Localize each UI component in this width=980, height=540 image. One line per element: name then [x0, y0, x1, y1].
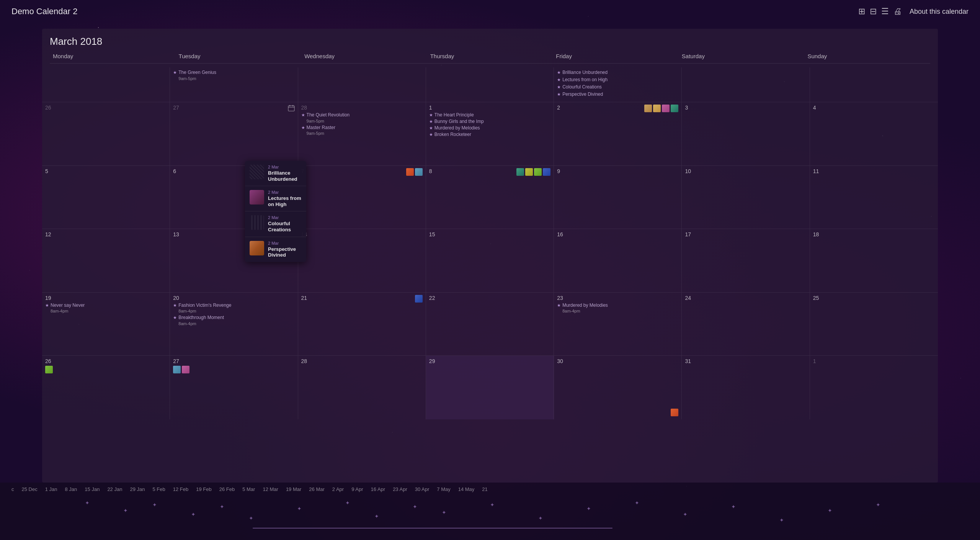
event-title: Broken Rocketeer — [434, 132, 471, 137]
prev-cell-mon — [42, 67, 170, 102]
cell-8mar[interactable]: 8 — [426, 166, 554, 229]
cell-24mar[interactable]: 24 — [682, 293, 810, 356]
cell-28feb[interactable]: 28 ★ The Quiet Revolution 9am-5pm ★ Mast… — [298, 102, 426, 165]
event-breakthrough[interactable]: ★ Breakthrough Moment 8am-4pm — [173, 315, 294, 326]
tooltip-info: 2 Mar Lectures from on High — [268, 190, 302, 207]
star-icon: ★ — [173, 70, 177, 75]
cell-date: 28 — [301, 358, 423, 364]
tooltip-popup[interactable]: 2 Mar Brilliance Unburdened 2 Mar Lectur… — [245, 161, 306, 262]
event-broken-rocketeer[interactable]: ★ Broken Rocketeer — [429, 132, 550, 137]
cell-9mar[interactable]: 9 — [554, 166, 682, 229]
event-lectures[interactable]: ★ Lectures from on High — [557, 77, 678, 82]
event-perspective[interactable]: ★ Perspective Divined — [557, 92, 678, 97]
timeline-label: 12 Mar — [259, 486, 282, 492]
cell-28mar[interactable]: 28 — [298, 356, 426, 419]
cell-14mar[interactable]: 14 — [298, 229, 426, 292]
print-icon[interactable]: 🖨 — [893, 7, 902, 16]
timeline-star: ✦ — [586, 506, 591, 512]
event-title: Perspective Divined — [562, 92, 603, 97]
cell-5mar[interactable]: 5 — [42, 166, 170, 229]
thumb-3 — [662, 105, 670, 112]
cell-date: 29 — [429, 358, 550, 364]
cell-10mar[interactable]: 10 — [682, 166, 810, 229]
week-row-2: 5 6 7 8 9 — [42, 166, 938, 229]
cell-18mar[interactable]: 18 — [810, 229, 938, 292]
cell-19mar[interactable]: 19 ★ Never say Never 8am-4pm — [42, 293, 170, 356]
header-right: ⊞ ⊟ ☰ 🖨 About this calendar — [858, 7, 969, 16]
cell-31mar[interactable]: 31 — [682, 356, 810, 419]
cell-1mar[interactable]: 1 ★ The Heart Principle ★ Bunny Girls an… — [426, 102, 554, 165]
cell-7mar[interactable]: 7 — [298, 166, 426, 229]
timeline-label: 12 Feb — [169, 486, 192, 492]
cell-4mar[interactable]: 4 — [810, 102, 938, 165]
cell-15mar[interactable]: 15 — [426, 229, 554, 292]
tooltip-item-brilliance[interactable]: 2 Mar Brilliance Unburdened — [245, 161, 306, 186]
star-icon: ★ — [557, 303, 561, 308]
cell-date: 12 — [45, 231, 167, 237]
event-quiet-revolution[interactable]: ★ The Quiet Revolution 9am-5pm — [301, 112, 423, 124]
cell-1apr[interactable]: 1 — [810, 356, 938, 419]
tooltip-item-perspective[interactable]: 2 Mar Perspective Divined — [245, 237, 306, 262]
timeline-star: ✦ — [538, 515, 543, 521]
cell-date: 14 — [301, 231, 423, 237]
tooltip-item-lectures[interactable]: 2 Mar Lectures from on High — [245, 186, 306, 211]
calendar-container: March 2018 Monday Tuesday Wednesday Thur… — [42, 29, 938, 483]
event-bunny-girls[interactable]: ★ Bunny Girls and the Imp — [429, 119, 550, 124]
cell-11mar[interactable]: 11 — [810, 166, 938, 229]
tooltip-date: 2 Mar — [268, 190, 302, 195]
cell-date: 21 — [301, 295, 423, 301]
thumb-1 — [644, 105, 652, 112]
cell-17mar[interactable]: 17 — [682, 229, 810, 292]
timeline-star: ✦ — [683, 511, 688, 517]
calendar-month-title: March 2018 — [50, 36, 930, 47]
calendar-grid: 26 27 28 ★ The Quiet R — [42, 102, 938, 483]
cell-27mar[interactable]: 27 — [170, 356, 298, 419]
event-green-genius[interactable]: ★ The Green Genius 9am-5pm — [173, 70, 294, 81]
event-fashion-victim[interactable]: ★ Fashion Victim's Revenge 8am-4pm — [173, 303, 294, 314]
tooltip-item-colourful[interactable]: 2 Mar Colourful Creations — [245, 211, 306, 237]
cell-23mar[interactable]: 23 ★ Murdered by Melodies 8am-4pm — [554, 293, 682, 356]
event-master-raster[interactable]: ★ Master Raster 9am-5pm — [301, 125, 423, 136]
column-view-icon[interactable]: ⊟ — [870, 7, 877, 16]
timeline-label: c — [8, 486, 18, 492]
tooltip-info: 2 Mar Colourful Creations — [268, 215, 302, 232]
event-brilliance[interactable]: ★ Brilliance Unburdened — [557, 70, 678, 75]
cell-27feb[interactable]: 27 — [170, 102, 298, 165]
cell-date: 26 — [45, 105, 167, 111]
cell-2mar[interactable]: 2 — [554, 102, 682, 165]
timeline-label: 30 Apr — [411, 486, 433, 492]
cell-30mar[interactable]: 30 — [554, 356, 682, 419]
timeline-star: ✦ — [731, 504, 736, 510]
thumb-icons — [516, 168, 550, 176]
list-view-icon[interactable]: ☰ — [881, 7, 889, 16]
prev-cell-tue[interactable]: ★ The Green Genius 9am-5pm — [170, 67, 298, 102]
event-murdered-melodies2[interactable]: ★ Murdered by Melodies 8am-4pm — [557, 303, 678, 314]
cell-26feb[interactable]: 26 — [42, 102, 170, 165]
star-icon: ★ — [557, 70, 561, 75]
cell-29mar[interactable]: 29 — [426, 356, 554, 419]
tooltip-thumb-colourful — [250, 215, 264, 230]
cell-20mar[interactable]: 20 ★ Fashion Victim's Revenge 8am-4pm ★ … — [170, 293, 298, 356]
timeline-star: ✦ — [85, 500, 90, 506]
cell-3mar[interactable]: 3 — [682, 102, 810, 165]
event-colourful[interactable]: ★ Colourful Creations — [557, 84, 678, 90]
grid-view-icon[interactable]: ⊞ — [858, 7, 865, 16]
event-never-say-never[interactable]: ★ Never say Never 8am-4pm — [45, 303, 167, 314]
timeline-star: ✦ — [490, 502, 495, 508]
event-murdered-melodies[interactable]: ★ Murdered by Melodies — [429, 125, 550, 131]
star-icon: ★ — [557, 92, 561, 97]
cell-date: 18 — [813, 231, 935, 237]
cell-16mar[interactable]: 16 — [554, 229, 682, 292]
prev-cell-wed — [298, 67, 426, 102]
prev-cell-fri[interactable]: ★ Brilliance Unburdened ★ Lectures from … — [554, 67, 682, 102]
cell-21mar[interactable]: 21 — [298, 293, 426, 356]
cell-12mar[interactable]: 12 — [42, 229, 170, 292]
cell-26mar[interactable]: 26 — [42, 356, 170, 419]
timeline-star: ✦ — [828, 507, 832, 514]
cell-22mar[interactable]: 22 — [426, 293, 554, 356]
timeline-label: 5 Mar — [238, 486, 259, 492]
thumb-7 — [534, 168, 542, 176]
event-heart-principle[interactable]: ★ The Heart Principle — [429, 112, 550, 118]
about-calendar-link[interactable]: About this calendar — [910, 8, 969, 16]
cell-25mar[interactable]: 25 — [810, 293, 938, 356]
